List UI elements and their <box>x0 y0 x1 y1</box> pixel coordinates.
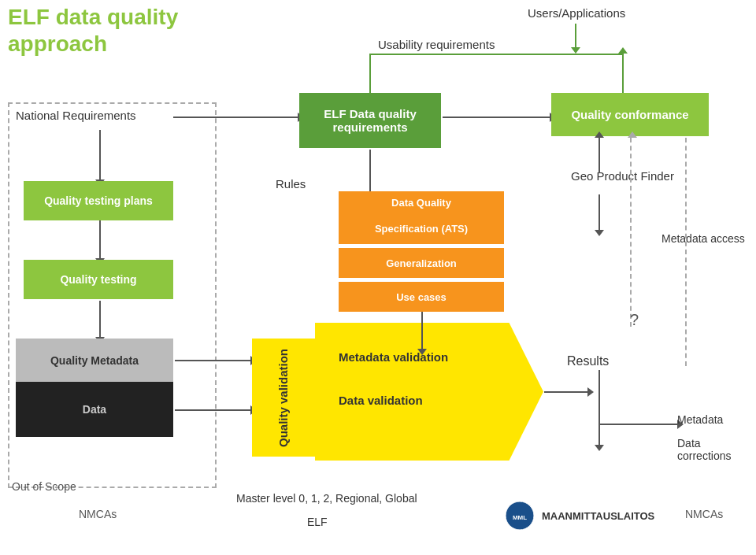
qt-plans-box: Quality testing plans <box>24 181 173 220</box>
dashed-vline <box>685 138 687 366</box>
arrow-ma-geo-icon <box>598 194 600 230</box>
nat-req-label: National Requirements <box>16 109 173 122</box>
data-validation-label: Data validation <box>339 394 423 407</box>
line-results-meta-icon <box>600 424 677 425</box>
arrow-usability-elf-icon <box>369 54 371 93</box>
page-title: ELF data quality approach <box>8 4 181 57</box>
nmcas-left-label: NMCAs <box>79 508 117 520</box>
arrow-qm-qv-icon <box>175 360 250 361</box>
page: ELF data quality approach Users/Applicat… <box>0 0 756 555</box>
dq-spec-box: Specification (ATS) <box>339 213 504 244</box>
data-box: Data <box>16 382 173 437</box>
logo-text: MAANMITTAUSLAITOS <box>542 510 654 522</box>
question-label: ? <box>630 311 639 329</box>
master-level-label: Master level 0, 1, 2, Regional, Global <box>236 492 417 505</box>
logo-area: MML MAANMITTAUSLAITOS <box>504 500 654 531</box>
arrow-geo-qc-icon <box>598 138 600 173</box>
metadata-validation-label: Metadata validation <box>339 350 448 364</box>
quality-validation-box: Quality validation <box>252 339 315 457</box>
out-scope-label: Out of Scope <box>12 480 76 493</box>
users-label: Users/Applications <box>528 6 625 20</box>
quality-conf-box: Quality conformance <box>551 93 709 136</box>
arrow-elf-qc-icon <box>443 117 550 118</box>
geo-finder-label: Geo Product Finder <box>571 169 674 183</box>
nmcas-right-label: NMCAs <box>685 508 723 520</box>
arrow-usability-qc-icon <box>622 54 624 93</box>
arrow-qtplans-qt-icon <box>99 220 101 258</box>
arrow-qt-qm-icon <box>99 301 101 337</box>
validation-pentagon <box>315 323 543 461</box>
dq-label: Data Quality <box>339 191 504 213</box>
arrow-nat-elf-icon <box>173 117 298 118</box>
elf-box: ELF Data quality requirements <box>299 93 441 148</box>
usability-label: Usability requirements <box>378 38 495 51</box>
data-corrections-label: Data corrections <box>677 437 756 462</box>
metadata-access-label: Metadata access <box>662 232 745 245</box>
generalization-box: Generalization <box>339 248 504 278</box>
arrow-up-qc-icon <box>630 138 632 327</box>
quality-metadata-box: Quality Metadata <box>16 339 173 382</box>
arrow-pentagon-results-icon <box>544 391 587 393</box>
arrow-users-down-icon <box>575 24 576 47</box>
svg-text:MML: MML <box>513 514 527 521</box>
arrow-uc-mv-icon <box>421 312 423 349</box>
rules-label: Rules <box>276 177 306 191</box>
use-cases-box: Use cases <box>339 282 504 312</box>
arrow-results-down-icon <box>598 370 600 445</box>
elf-bottom-label: ELF <box>307 516 328 528</box>
maanmittauslaitos-icon: MML <box>504 500 536 531</box>
arrow-nat-qtplans-icon <box>99 130 101 179</box>
results-label: Results <box>567 354 609 368</box>
metadata-bottom-label: Metadata <box>677 413 723 426</box>
arrow-data-qv-icon <box>175 409 250 411</box>
line-users-usability <box>370 54 624 55</box>
quality-testing-box: Quality testing <box>24 260 173 299</box>
